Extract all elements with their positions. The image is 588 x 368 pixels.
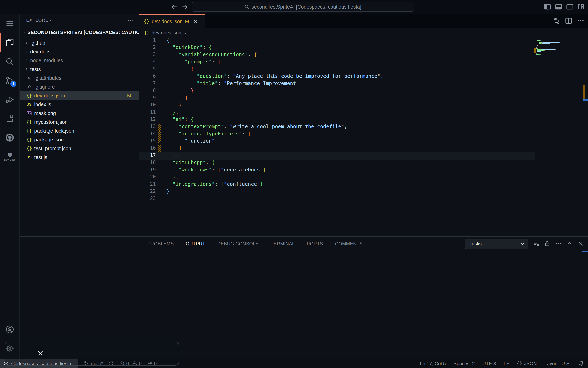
code-text: }	[160, 102, 535, 109]
code-line-16[interactable]: 16 ]	[139, 145, 535, 152]
file-name: mycustom.json	[34, 119, 68, 125]
code-text: "internalTypeFilters": [	[160, 131, 535, 138]
tree-item-node_modules[interactable]: node_modules	[20, 56, 139, 65]
close-panel-button[interactable]	[578, 240, 584, 247]
code-line-10[interactable]: 10 }	[139, 102, 535, 109]
tree-item-.gitattributes[interactable]: .gitattributes	[20, 74, 139, 83]
activity-item-menu[interactable]	[0, 14, 20, 33]
activity-item-extensions[interactable]	[0, 109, 20, 128]
tab-dev-docs-json[interactable]: {} dev-docs.json M	[139, 14, 205, 28]
layout-sidebar-left-icon[interactable]	[544, 3, 551, 11]
clear-output-button[interactable]	[533, 240, 540, 247]
activity-item-account[interactable]	[0, 320, 20, 339]
more-actions-button[interactable]	[555, 240, 562, 247]
code-line-7[interactable]: 7 "title": "Performance Improvement"	[139, 80, 535, 88]
tree-item-package.json[interactable]: {}package.json	[20, 135, 139, 144]
code-line-8[interactable]: 8 }	[139, 88, 535, 95]
code-text: "contextPrompt": "write a cool poem abou…	[160, 124, 535, 131]
close-icon[interactable]	[193, 18, 198, 24]
tree-item-package-lock.json[interactable]: {}package-lock.json	[20, 126, 139, 135]
code-line-2[interactable]: 2 "quickDoc": {	[139, 44, 535, 52]
code-line-4[interactable]: 4 "prompts": [	[139, 59, 535, 66]
explorer-more-icon[interactable]	[127, 17, 133, 23]
code-line-11[interactable]: 11 },	[139, 109, 535, 116]
output-channel-dropdown[interactable]: Tasks	[465, 239, 528, 249]
code-text: "variablesAndFunctions": {	[160, 52, 535, 59]
code-line-23[interactable]: 23	[139, 196, 535, 203]
panel-tab-comments[interactable]: COMMENTS	[335, 239, 363, 248]
code-line-5[interactable]: 5 {	[139, 66, 535, 73]
code-line-13[interactable]: 13 "contextPrompt": "write a cool poem a…	[139, 124, 535, 131]
panel-tab-ports[interactable]: PORTS	[306, 239, 323, 248]
tree-item-mask.png[interactable]: mask.png	[20, 109, 139, 118]
bell-icon	[579, 361, 584, 366]
workspace-section-header[interactable]: SECONDTESTSPRITEAI [CODESPACES: CAUTIO..…	[20, 26, 139, 38]
breadcrumb[interactable]: {} dev-docs.json …	[139, 28, 588, 37]
status-label: UTF-8	[482, 361, 496, 366]
activity-item-dev-docs[interactable]: Dev-Docs	[0, 147, 20, 166]
activity-item-github[interactable]	[0, 128, 20, 147]
back-button[interactable]	[170, 3, 178, 11]
panel-tab-debug-console[interactable]: DEBUG CONSOLE	[217, 239, 259, 248]
activity-item-source-control[interactable]: 1	[0, 71, 20, 90]
tree-item-test_prompt.json[interactable]: {}test_prompt.json	[20, 144, 139, 153]
activity-item-explorer[interactable]	[0, 33, 20, 52]
code-line-22[interactable]: 22}	[139, 188, 535, 196]
tree-item-tests[interactable]: tests	[20, 65, 139, 74]
code-line-21[interactable]: 21 "integrations": ["confluence"]	[139, 181, 535, 188]
command-center-search[interactable]: secondTestSpriteAI [Codespaces: cautious…	[192, 2, 414, 12]
status-label: JSON	[524, 361, 537, 366]
layout-sidebar-right-icon[interactable]	[566, 3, 574, 11]
overview-ruler[interactable]	[583, 14, 588, 236]
panel-tab-output[interactable]: OUTPUT	[185, 239, 206, 248]
code-editor[interactable]: 1{2 "quickDoc": {3 "variablesAndFunction…	[139, 37, 535, 203]
panel-tab-problems[interactable]: PROBLEMS	[147, 239, 174, 248]
tree-item-dev-docs.json[interactable]: {}dev-docs.jsonM	[20, 91, 139, 100]
status-cursor-position[interactable]: Ln 17, Col 5	[420, 361, 446, 366]
open-changes-button[interactable]	[553, 17, 561, 25]
activity-item-run-debug[interactable]	[0, 90, 20, 109]
status-encoding[interactable]: UTF-8	[482, 361, 496, 366]
tree-item-.github[interactable]: .github	[20, 38, 139, 47]
status-keyboard-layout[interactable]: Layout: U.S.	[544, 361, 571, 366]
code-line-6[interactable]: 6 "question": "Any place this code be im…	[139, 73, 535, 80]
code-text: "title": "Performance Improvement"	[160, 80, 535, 88]
code-line-17[interactable]: 17 },	[139, 152, 535, 160]
tree-item-test.js[interactable]: JStest.js	[20, 153, 139, 162]
minimap[interactable]	[535, 37, 570, 62]
tree-item-mycustom.json[interactable]: {}mycustom.json	[20, 118, 139, 126]
panel-tab-terminal[interactable]: TERMINAL	[270, 239, 295, 248]
layout-customize-icon[interactable]	[577, 3, 585, 11]
code-line-12[interactable]: 12 "ai": {	[139, 116, 535, 124]
tree-item-dev-docs[interactable]: dev-docs	[20, 47, 139, 56]
forward-button[interactable]	[181, 3, 189, 11]
tree-item-.gitignore[interactable]: .gitignore	[20, 83, 139, 91]
status-indentation[interactable]: Spaces: 2	[453, 361, 475, 366]
code-line-14[interactable]: 14 "internalTypeFilters": [	[139, 131, 535, 138]
lock-scroll-button[interactable]	[544, 240, 551, 247]
split-editor-button[interactable]	[565, 17, 573, 25]
layout-panel-icon[interactable]	[555, 3, 563, 11]
code-text	[160, 196, 535, 203]
code-line-9[interactable]: 9 ]	[139, 95, 535, 102]
code-line-18[interactable]: 18 "gitHubApp": {	[139, 160, 535, 167]
notifications-bell[interactable]	[579, 361, 584, 366]
breadcrumb-file: dev-docs.json	[152, 30, 181, 36]
code-line-3[interactable]: 3 "variablesAndFunctions": {	[139, 52, 535, 59]
code-line-20[interactable]: 20 },	[139, 174, 535, 181]
status-language-mode[interactable]: JSON	[517, 361, 537, 366]
code-line-19[interactable]: 19 "workflows": ["generateDocs"]	[139, 167, 535, 174]
file-name: dev-docs	[30, 49, 50, 55]
maximize-panel-button[interactable]	[566, 240, 573, 247]
tree-item-index.js[interactable]: JSindex.js	[20, 100, 139, 109]
code-text: ]	[160, 145, 535, 152]
activity-item-label: Dev-Docs	[4, 158, 15, 161]
code-line-15[interactable]: 15 "function"	[139, 138, 535, 145]
json-file-icon: {}	[26, 120, 33, 125]
tab-label: dev-docs.json	[152, 18, 183, 24]
file-name: .gitignore	[34, 84, 55, 90]
status-eol[interactable]: LF	[504, 361, 509, 366]
activity-item-search[interactable]	[0, 52, 20, 71]
code-line-1[interactable]: 1{	[139, 37, 535, 44]
json-file-icon: {}	[144, 19, 149, 24]
